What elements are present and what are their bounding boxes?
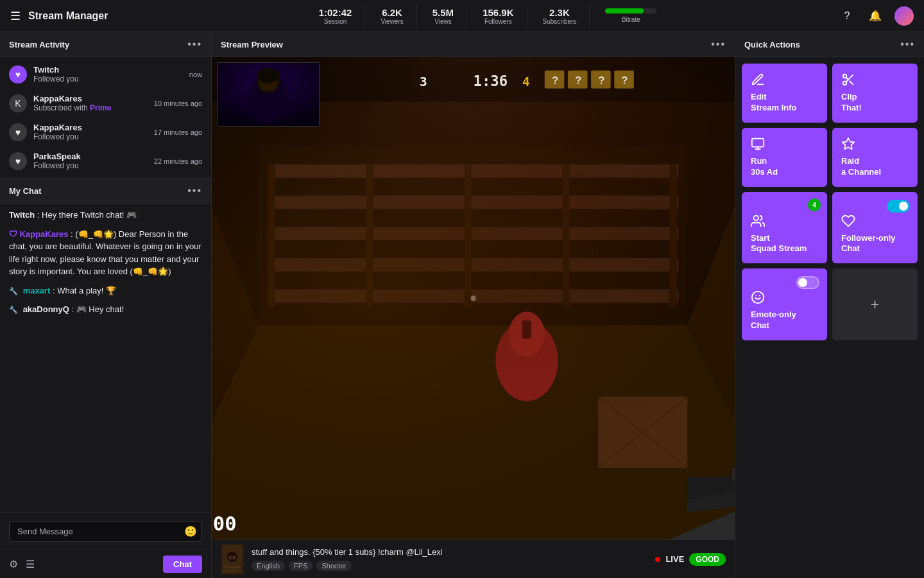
clip-that-card[interactable]: ClipThat! xyxy=(832,64,918,123)
activity-action-kappa1: Subscribed with Prime xyxy=(33,103,148,112)
chat-input-wrapper: 🙂 xyxy=(9,521,202,542)
activity-action-kappa2: Followed you xyxy=(33,132,148,141)
stat-bitrate: Bitrate xyxy=(592,6,669,26)
run-ad-label: Run30s Ad xyxy=(751,156,818,178)
stream-preview-header: Stream Preview ••• xyxy=(212,32,735,57)
monitor-icon xyxy=(751,137,818,151)
game-screenshot: 100 30 3 1:36 4 ? ? xyxy=(212,57,735,539)
activity-list: ♥ Twitch Followed you now K KappaKares S… xyxy=(0,57,211,178)
chat-footer: ⚙ ☰ Chat xyxy=(0,550,211,578)
stream-preview-content: 100 30 3 1:36 4 ? ? xyxy=(212,57,735,539)
nav-right: ? 🔔 xyxy=(837,6,914,26)
stat-views-label: Views xyxy=(434,18,452,25)
stat-subscribers: 2.3K Subscribers xyxy=(530,4,590,28)
webcam-svg xyxy=(218,62,319,127)
stat-session: 1:02:42 Session xyxy=(306,4,366,28)
bitrate-bar xyxy=(605,8,656,13)
follower-only-chat-card[interactable]: Follower-onlyChat xyxy=(832,192,918,264)
quick-actions-menu-icon[interactable]: ••• xyxy=(900,39,915,50)
stream-activity-section: Stream Activity ••• ♥ Twitch Followed yo… xyxy=(0,32,211,179)
svg-point-63 xyxy=(754,215,758,220)
emote-only-toggle[interactable] xyxy=(796,276,819,289)
activity-time-parka: 22 minutes ago xyxy=(154,157,202,165)
chat-message-twitch: Twitch : Hey there Twitch chat! 🎮 xyxy=(9,209,202,222)
run-ad-card[interactable]: Run30s Ad xyxy=(742,128,827,187)
list-icon[interactable]: ☰ xyxy=(26,558,35,570)
svg-text:CS: CS xyxy=(228,555,236,561)
stream-description: stuff and things. {50% tier 1 subs} !cha… xyxy=(252,547,647,557)
avatar[interactable] xyxy=(894,6,914,26)
chat-input[interactable] xyxy=(9,521,202,542)
activity-item-parka: ♥ ParkaSpeak Followed you 22 minutes ago xyxy=(0,146,211,175)
start-squad-stream-card[interactable]: 4 StartSquad Stream xyxy=(742,192,827,264)
good-badge: GOOD xyxy=(689,553,726,566)
stream-preview-menu-icon[interactable]: ••• xyxy=(711,39,726,50)
add-action-card[interactable]: + xyxy=(832,268,918,340)
follower-only-toggle[interactable] xyxy=(887,200,910,213)
stat-views: 5.5M Views xyxy=(420,4,467,28)
stream-activity-title: Stream Activity xyxy=(9,40,69,49)
activity-time-kappa2: 17 minutes ago xyxy=(154,128,202,136)
raid-channel-card[interactable]: Raida Channel xyxy=(832,128,918,187)
heart-icon xyxy=(841,214,909,228)
stat-subscribers-value: 2.3K xyxy=(549,7,570,18)
activity-username-kappa2: KappaKares xyxy=(33,123,148,132)
activity-item-kappa2: ♥ KappaKares Followed you 17 minutes ago xyxy=(0,118,211,146)
activity-action-parka: Followed you xyxy=(33,161,148,170)
quick-actions-header: Quick Actions ••• xyxy=(735,32,924,57)
left-panel: Stream Activity ••• ♥ Twitch Followed yo… xyxy=(0,32,212,578)
stat-session-value: 1:02:42 xyxy=(319,7,352,18)
squad-badge: 4 xyxy=(808,198,821,211)
chat-text-maxart: What a play! 🏆 xyxy=(57,286,116,295)
game-thumb-svg: CS xyxy=(221,544,244,575)
chat-messages: Twitch : Hey there Twitch chat! 🎮 🛡 Kapp… xyxy=(0,204,211,512)
game-thumbnail: CS xyxy=(221,544,244,575)
prime-label: Prime xyxy=(90,103,111,112)
tag-english[interactable]: English xyxy=(252,561,285,571)
notifications-icon[interactable]: 🔔 xyxy=(866,7,884,25)
activity-username-kappa1: KappaKares xyxy=(33,94,148,103)
chat-text-donny: 🎮 Hey chat! xyxy=(76,304,124,314)
chat-message-maxart: 🔧 maxart : What a play! 🏆 xyxy=(9,285,202,297)
activity-time-kappa1: 10 minutes ago xyxy=(154,100,202,107)
stat-viewers-value: 6.2K xyxy=(382,7,402,18)
my-chat-header: My Chat ••• xyxy=(0,179,211,204)
stream-activity-menu-icon[interactable]: ••• xyxy=(187,39,202,50)
follower-only-toggle-row xyxy=(887,200,910,213)
tag-shooter[interactable]: Shooter xyxy=(316,561,352,571)
edit-stream-info-card[interactable]: EditStream Info xyxy=(742,64,827,123)
emoji-picker-icon[interactable]: 🙂 xyxy=(184,525,197,538)
my-chat-menu-icon[interactable]: ••• xyxy=(187,185,202,197)
stat-views-value: 5.5M xyxy=(432,7,454,18)
svg-line-57 xyxy=(850,81,853,84)
activity-content-kappa1: KappaKares Subscribed with Prime xyxy=(33,94,148,112)
quick-actions-grid: EditStream Info ClipThat! xyxy=(735,57,924,578)
stat-bitrate-label: Bitrate xyxy=(622,16,640,23)
main-layout: Stream Activity ••• ♥ Twitch Followed yo… xyxy=(0,32,924,578)
emote-only-chat-label: Emote-onlyChat xyxy=(751,310,818,331)
svg-marker-62 xyxy=(843,138,854,149)
webcam-overlay xyxy=(217,62,320,127)
game-overlay xyxy=(212,57,735,539)
chat-button[interactable]: Chat xyxy=(163,556,202,573)
help-icon[interactable]: ? xyxy=(838,7,856,25)
scissors-icon xyxy=(841,73,909,87)
webcam-person xyxy=(218,63,319,126)
stat-followers: 156.9K Followers xyxy=(470,4,527,28)
emote-only-chat-card[interactable]: Emote-onlyChat xyxy=(742,268,827,340)
activity-content-twitch: Twitch Followed you xyxy=(33,65,183,83)
chat-sender-donny: akaDonnyQ xyxy=(23,304,69,314)
chat-message-donny: 🔧 akaDonnyQ : 🎮 Hey chat! xyxy=(9,303,202,316)
activity-username-twitch: Twitch xyxy=(33,65,183,74)
live-text: LIVE xyxy=(665,554,684,564)
hamburger-icon[interactable]: ☰ xyxy=(10,9,21,23)
tag-fps[interactable]: FPS xyxy=(289,561,312,571)
stat-subscribers-label: Subscribers xyxy=(543,18,577,25)
svg-rect-52 xyxy=(223,566,241,568)
footer-icons: ⚙ ☰ xyxy=(9,558,35,570)
edit-stream-info-label: EditStream Info xyxy=(751,92,818,114)
svg-point-64 xyxy=(752,292,764,303)
stream-preview-title: Stream Preview xyxy=(221,40,283,49)
activity-icon-parka: ♥ xyxy=(9,152,27,170)
settings-icon[interactable]: ⚙ xyxy=(9,558,18,570)
